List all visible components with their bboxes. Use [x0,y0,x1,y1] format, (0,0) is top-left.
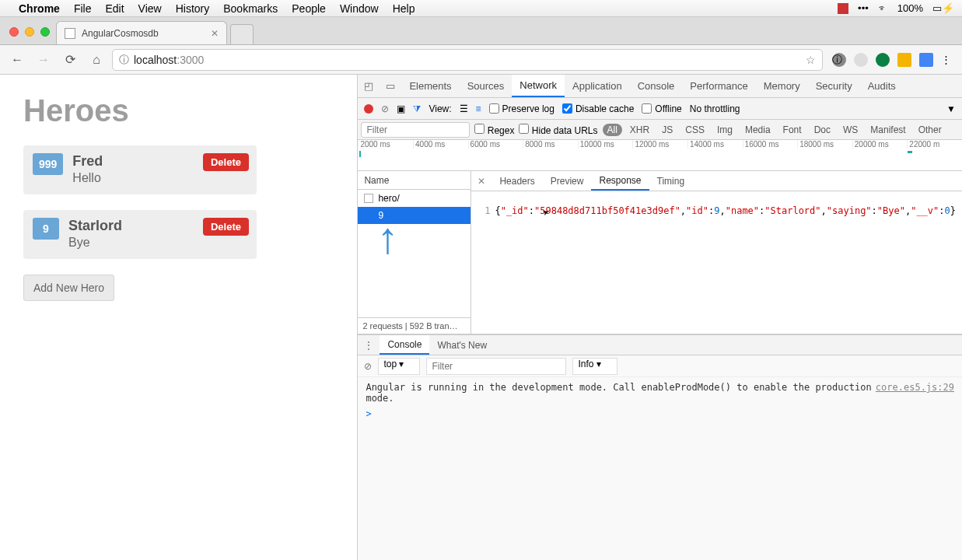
timeline-marker [908,151,912,153]
minimize-window-button[interactable] [25,27,34,37]
timeline-tick: 4000 ms [413,140,468,149]
filter-type-font[interactable]: Font [778,124,806,136]
console-prompt[interactable]: > [366,408,954,419]
request-row[interactable]: hero/ [358,190,471,207]
ext-icon-3[interactable] [876,53,890,67]
console-clear-icon[interactable]: ⊘ [364,361,372,372]
devtools-panel: ◰ ▭ ElementsSourcesNetworkApplicationCon… [357,75,962,560]
menu-view[interactable]: View [138,2,162,15]
bookmark-star-icon[interactable]: ☆ [806,54,816,66]
menu-help[interactable]: Help [393,2,415,15]
hero-card[interactable]: 999FredHelloDelete [23,145,257,194]
ext-icon-4[interactable] [897,53,911,67]
view-waterfall-icon[interactable]: ≡ [476,103,481,114]
detail-tab-headers[interactable]: Headers [491,171,542,191]
filter-type-ws[interactable]: WS [838,124,862,136]
devtools-tab-network[interactable]: Network [512,75,565,97]
filter-toggle-icon[interactable]: ⧩ [413,103,421,114]
menu-app[interactable]: Chrome [19,2,60,15]
name-column-header[interactable]: Name [364,175,389,186]
browser-tab-strip: AngularCosmosdb ✕ [0,17,962,45]
clear-button[interactable]: ⊘ [381,103,389,114]
network-timeline[interactable]: 2000 ms4000 ms6000 ms8000 ms10000 ms1200… [358,140,962,171]
drawer-tab-console[interactable]: Console [380,335,429,355]
ext-icon-5[interactable] [919,53,933,67]
devtools-tab-sources[interactable]: Sources [460,75,512,97]
hero-name: Starlord [68,218,122,234]
devtools-tab-audits[interactable]: Audits [860,75,904,97]
menu-bookmarks[interactable]: Bookmarks [223,2,278,15]
filter-type-img[interactable]: Img [712,124,737,136]
drawer-tab-whatsnew[interactable]: What's New [429,335,495,355]
reload-button[interactable]: ⟳ [59,49,81,71]
preserve-log-checkbox[interactable]: Preserve log [489,103,554,114]
inspect-icon[interactable]: ◰ [358,80,380,92]
devtools-tab-elements[interactable]: Elements [401,75,459,97]
regex-checkbox[interactable]: Regex [474,124,514,136]
ext-icon-2[interactable] [854,53,868,67]
site-info-icon[interactable]: ⓘ [119,53,129,67]
detail-tab-response[interactable]: Response [591,171,649,191]
network-filter-bar: Regex Hide data URLs AllXHRJSCSSImgMedia… [358,120,962,140]
capture-screenshot-icon[interactable]: ▣ [397,103,405,114]
browser-menu-icon[interactable]: ⋮ [941,54,951,65]
request-row[interactable]: 9 [358,207,471,224]
menu-file[interactable]: File [74,2,92,15]
hero-id-badge: 9 [33,218,59,240]
forward-button[interactable]: → [33,49,54,71]
offline-checkbox[interactable]: Offline [642,103,681,114]
console-filter-input[interactable] [426,358,566,375]
view-list-icon[interactable]: ☰ [460,103,468,114]
filter-type-other[interactable]: Other [914,124,946,136]
response-body[interactable]: 1{"_id":"59848d8d711bf50f41e3d9ef","id":… [471,191,962,334]
zoom-window-button[interactable] [40,27,50,37]
devtools-tab-performance[interactable]: Performance [682,75,755,97]
devtools-tab-memory[interactable]: Memory [756,75,808,97]
hero-card[interactable]: 9StarlordByeDelete [23,210,257,259]
filter-type-css[interactable]: CSS [680,124,709,136]
browser-tab[interactable]: AngularCosmosdb ✕ [56,21,227,44]
back-button[interactable]: ← [6,49,28,71]
wifi-icon[interactable]: ᯤ [878,2,888,14]
drawer-menu-icon[interactable]: ⋮ [358,340,380,351]
hide-data-urls-checkbox[interactable]: Hide data URLs [519,124,597,136]
filter-type-doc[interactable]: Doc [810,124,835,136]
detail-tab-timing[interactable]: Timing [649,171,693,191]
throttling-select[interactable]: No throttling [690,103,740,114]
device-mode-icon[interactable]: ▭ [380,80,401,92]
new-tab-button[interactable] [230,24,254,44]
menu-edit[interactable]: Edit [105,2,124,15]
devtools-tab-security[interactable]: Security [808,75,860,97]
record-button[interactable] [364,104,373,114]
ext-icon-1[interactable]: ⓘ [832,53,846,67]
address-bar[interactable]: ⓘ localhost:3000 ☆ [112,49,823,71]
url-port: :3000 [177,54,204,66]
filter-type-xhr[interactable]: XHR [625,124,654,136]
console-level-select[interactable]: Info ▾ [572,358,617,375]
home-button[interactable]: ⌂ [86,49,107,71]
hero-saying: Bye [68,236,122,250]
console-source-link[interactable]: core.es5.js:29 [876,382,954,393]
delete-button[interactable]: Delete [203,153,249,171]
filter-type-manifest[interactable]: Manifest [866,124,910,136]
filter-type-js[interactable]: JS [657,124,677,136]
delete-button[interactable]: Delete [203,218,249,236]
close-window-button[interactable] [9,27,19,37]
tab-close-icon[interactable]: ✕ [211,28,219,39]
menubar-record-icon[interactable] [838,3,848,14]
throttling-dropdown-icon[interactable]: ▼ [946,103,956,114]
menu-window[interactable]: Window [340,2,379,15]
network-filter-input[interactable] [361,122,470,138]
menubar-more-icon[interactable]: ••• [858,2,869,14]
add-new-hero-button[interactable]: Add New Hero [23,275,114,301]
console-context-select[interactable]: top ▾ [378,358,420,375]
menu-history[interactable]: History [176,2,210,15]
devtools-tab-application[interactable]: Application [565,75,630,97]
filter-type-all[interactable]: All [603,124,622,136]
filter-type-media[interactable]: Media [740,124,775,136]
detail-tab-preview[interactable]: Preview [543,171,592,191]
devtools-tab-console[interactable]: Console [630,75,683,97]
close-detail-icon[interactable]: ✕ [471,176,491,187]
menu-people[interactable]: People [292,2,326,15]
disable-cache-checkbox[interactable]: Disable cache [562,103,634,114]
